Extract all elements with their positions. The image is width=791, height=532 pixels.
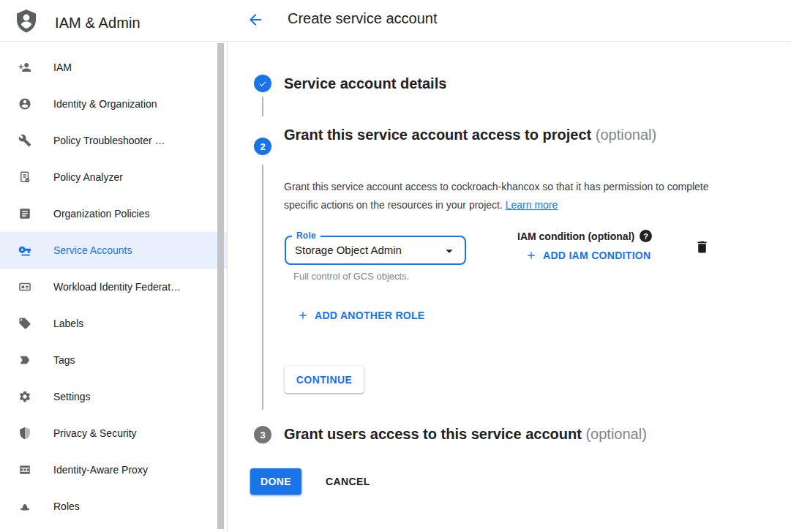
sidebar-item-organization-policies[interactable]: Organization Policies: [0, 195, 227, 232]
sidebar-item-identity-aware-proxy[interactable]: Identity-Aware Proxy: [0, 452, 227, 488]
step3-title[interactable]: Grant users access to this service accou…: [284, 422, 781, 446]
step3-number: 3: [260, 430, 265, 441]
help-icon[interactable]: ?: [640, 230, 652, 242]
role-helper-text: Full control of GCS objects.: [293, 271, 409, 282]
create-service-account-form: Service account details 2 Grant this ser…: [228, 42, 791, 532]
add-iam-condition-label: ADD IAM CONDITION: [543, 250, 651, 261]
sidebar-item-settings[interactable]: Settings: [0, 378, 227, 415]
sidebar-item-label: Identity-Aware Proxy: [53, 464, 148, 476]
product-block: IAM & Admin: [15, 9, 140, 37]
add-iam-condition-button[interactable]: ADD IAM CONDITION: [525, 250, 651, 261]
step-connector: [262, 165, 263, 410]
step2-optional-label: (optional): [596, 127, 656, 143]
person-add-icon: [18, 61, 31, 74]
add-another-role-button[interactable]: ADD ANOTHER ROLE: [297, 310, 425, 321]
gear-icon: [18, 390, 31, 403]
step3-optional-label: (optional): [585, 426, 646, 442]
policy-document-icon: [18, 171, 31, 184]
sidebar-scrollbar[interactable]: [217, 43, 224, 529]
sidebar-item-policy-troubleshooter[interactable]: Policy Troubleshooter …: [0, 122, 227, 159]
sidebar-item-policy-analyzer[interactable]: Policy Analyzer: [0, 159, 227, 195]
shield-half-icon: [18, 427, 31, 440]
sidebar-item-label: IAM: [53, 61, 72, 73]
identity-card-icon: [18, 280, 31, 293]
article-icon: [18, 207, 31, 220]
iam-condition-label: IAM condition (optional): [517, 231, 634, 242]
role-selected-value: Storage Object Admin: [295, 244, 402, 256]
sidebar-item-label: Settings: [53, 391, 91, 402]
shield-person-icon: [15, 9, 38, 37]
step2-description: Grant this service account access to coc…: [284, 178, 723, 214]
label-tag-icon: [18, 317, 31, 330]
footer-actions: DONE CANCEL: [250, 468, 370, 495]
cancel-button[interactable]: CANCEL: [326, 476, 370, 487]
plus-icon: [525, 250, 537, 261]
product-title: IAM & Admin: [55, 15, 140, 31]
step2-title: Grant this service account access to pro…: [284, 122, 738, 147]
iam-condition-row: IAM condition (optional) ?: [517, 230, 652, 242]
step2-number: 2: [260, 141, 265, 152]
sidebar-item-label: Policy Analyzer: [53, 171, 123, 183]
sidebar-item-label: Labels: [53, 318, 83, 329]
sidebar-item-service-accounts[interactable]: Service Accounts: [0, 232, 227, 269]
trash-icon[interactable]: [693, 239, 711, 257]
sidebar-item-roles[interactable]: Roles: [0, 488, 227, 525]
sidebar-item-workload-identity-federation[interactable]: Workload Identity Federat…: [0, 269, 227, 305]
step2-title-text: Grant this service account access to pro…: [284, 127, 591, 143]
sidebar-item-label: Tags: [53, 354, 75, 366]
tag-arrow-icon: [18, 353, 31, 367]
app-header: IAM & Admin Create service account: [0, 0, 791, 42]
done-button[interactable]: DONE: [250, 468, 301, 495]
sidebar-item-identity-organization[interactable]: Identity & Organization: [0, 86, 227, 122]
sidebar-item-tags[interactable]: Tags: [0, 342, 227, 378]
plus-icon: [297, 310, 309, 321]
step3-number-badge: 3: [254, 426, 271, 443]
account-circle-icon: [18, 97, 31, 110]
step2-description-text: Grant this service account access to coc…: [284, 181, 709, 211]
sidebar-item-labels[interactable]: Labels: [0, 305, 227, 342]
step2-number-badge: 2: [254, 138, 271, 155]
back-arrow-icon[interactable]: [245, 10, 266, 31]
step1-title[interactable]: Service account details: [284, 71, 446, 96]
proxy-grid-icon: [18, 463, 31, 476]
step3-title-text: Grant users access to this service accou…: [284, 426, 582, 442]
role-select[interactable]: Role Storage Object Admin: [285, 236, 466, 265]
sidebar-nav: IAM Identity & Organization Policy Troub…: [0, 42, 228, 532]
sidebar-item-label: Workload Identity Federat…: [53, 281, 181, 293]
continue-button[interactable]: CONTINUE: [285, 366, 364, 393]
step-connector: [262, 97, 263, 116]
chevron-down-icon: [441, 243, 457, 262]
sidebar-item-label: Roles: [53, 501, 80, 512]
add-another-role-label: ADD ANOTHER ROLE: [315, 310, 425, 321]
sidebar-item-privacy-security[interactable]: Privacy & Security: [0, 415, 227, 452]
sidebar-item-label: Policy Troubleshooter …: [53, 135, 165, 146]
sidebar-item-label: Privacy & Security: [53, 427, 137, 439]
wrench-icon: [18, 134, 31, 147]
sidebar-item-label: Identity & Organization: [53, 98, 157, 110]
hat-icon: [18, 500, 31, 513]
learn-more-link[interactable]: Learn more: [506, 199, 558, 211]
sidebar-item-label: Service Accounts: [53, 244, 132, 256]
page-title: Create service account: [288, 10, 438, 27]
step1-complete-check-icon: [254, 75, 271, 92]
role-field-label: Role: [292, 231, 320, 241]
sidebar-item-label: Organization Policies: [53, 208, 150, 220]
service-account-key-icon: [18, 244, 31, 257]
sidebar-item-iam[interactable]: IAM: [0, 49, 227, 86]
